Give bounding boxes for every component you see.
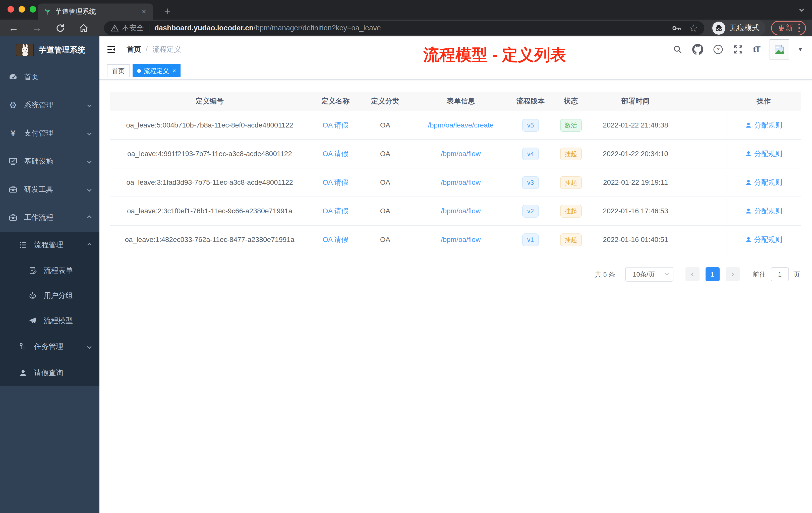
sidebar-item-workflow[interactable]: 工作流程 xyxy=(0,204,99,232)
sidebar-item-label: 流程表单 xyxy=(44,266,73,276)
sidebar-item-process-model[interactable]: 流程模型 xyxy=(0,308,99,333)
breadcrumb-separator: / xyxy=(146,45,148,54)
tab-close-icon[interactable]: × xyxy=(140,7,148,16)
definition-name-link[interactable]: OA 请假 xyxy=(323,121,348,129)
sidebar-item-process-management[interactable]: 流程管理 xyxy=(0,232,99,258)
form-link[interactable]: /bpm/oa/flow xyxy=(441,207,481,215)
definition-name-link[interactable]: OA 请假 xyxy=(323,178,348,186)
breadcrumb-home[interactable]: 首页 xyxy=(126,44,141,55)
paper-plane-icon xyxy=(27,316,38,325)
main-area: 流程模型 - 定义列表 首页 / 流程定义 xyxy=(99,36,812,513)
tab-search-chevron-icon[interactable] xyxy=(800,7,804,12)
assign-rule-button[interactable]: 分配规则 xyxy=(745,120,782,130)
toolbox-icon xyxy=(7,185,19,194)
prev-page-button[interactable] xyxy=(686,267,699,281)
app-window: 芋道管理系统 首页 ⚙ 系统管理 xyxy=(0,36,812,513)
security-label[interactable]: 不安全 xyxy=(122,23,144,33)
definition-id: oa_leave:3:1fad3d93-7b75-11ec-a3c8-acde4… xyxy=(110,178,310,186)
goto-label: 前往 xyxy=(753,270,766,279)
sidebar-item-leave-query[interactable]: 请假查询 xyxy=(0,360,99,386)
status-badge: 挂起 xyxy=(560,205,582,218)
definition-id: oa_leave:1:482ec033-762a-11ec-8477-a2380… xyxy=(110,236,310,244)
definition-name-link[interactable]: OA 请假 xyxy=(323,236,348,243)
definition-name-link[interactable]: OA 请假 xyxy=(323,207,348,215)
window-close-button[interactable] xyxy=(7,6,14,12)
forward-icon[interactable]: → xyxy=(31,22,43,34)
user-icon xyxy=(745,122,752,128)
home-icon[interactable] xyxy=(78,22,90,34)
reload-icon[interactable] xyxy=(54,22,66,34)
next-page-button[interactable] xyxy=(726,267,740,281)
url-bar[interactable]: 不安全 dashboard.yudao.iocoder.cn /bpm/mana… xyxy=(104,21,704,35)
chevron-down-icon xyxy=(87,131,92,135)
password-key-icon[interactable] xyxy=(672,23,682,33)
update-label: 更新 xyxy=(778,23,793,33)
sidebar-item-home[interactable]: 首页 xyxy=(0,63,99,91)
form-link[interactable]: /bpm/oa/flow xyxy=(441,150,481,158)
goto-page-input[interactable] xyxy=(771,267,789,281)
incognito-label: 无痕模式 xyxy=(729,23,759,33)
sidebar-item-label: 用户分组 xyxy=(44,291,73,301)
logo-rabbit-avatar xyxy=(16,44,34,56)
breadcrumb-current: 流程定义 xyxy=(152,44,181,55)
current-page-button[interactable]: 1 xyxy=(705,267,720,281)
col-header: 流程版本 xyxy=(513,96,549,106)
font-size-icon[interactable]: tT xyxy=(753,44,760,54)
search-icon[interactable] xyxy=(673,44,683,55)
assign-rule-button[interactable]: 分配规则 xyxy=(745,149,782,159)
tag-close-icon[interactable]: × xyxy=(173,67,176,74)
definition-category: OA xyxy=(361,121,409,129)
total-count: 共 5 条 xyxy=(595,270,615,279)
avatar-caret-down-icon[interactable]: ▾ xyxy=(799,46,802,53)
assign-rule-button[interactable]: 分配规则 xyxy=(745,206,782,216)
assign-rule-button[interactable]: 分配规则 xyxy=(745,235,782,244)
sidebar-logo[interactable]: 芋道管理系统 xyxy=(0,36,99,63)
form-link[interactable]: /bpm/oa/leave/create xyxy=(428,121,494,129)
goto-unit: 页 xyxy=(793,270,800,279)
tree-icon xyxy=(18,342,29,351)
definition-name-link[interactable]: OA 请假 xyxy=(323,150,348,158)
sidebar-item-user-group[interactable]: 用户分组 xyxy=(0,283,99,308)
version-badge: v1 xyxy=(522,233,539,246)
sidebar-item-system[interactable]: ⚙ 系统管理 xyxy=(0,91,99,119)
fullscreen-icon[interactable] xyxy=(733,44,744,55)
tag-home[interactable]: 首页 xyxy=(107,64,129,77)
sidebar-item-payment[interactable]: ¥ 支付管理 xyxy=(0,119,99,147)
back-icon[interactable]: ← xyxy=(7,22,20,34)
browser-tab[interactable]: 芋道管理系统 × xyxy=(38,3,153,20)
sidebar-item-dev-tools[interactable]: 研发工具 xyxy=(0,175,99,204)
deploy-time: 2022-01-22 21:48:38 xyxy=(593,121,678,129)
page-size-select[interactable]: 10条/页 xyxy=(625,267,673,281)
definition-id: oa_leave:5:004b710b-7b8a-11ec-8ef0-acde4… xyxy=(110,121,310,129)
bookmark-star-icon[interactable]: ☆ xyxy=(689,23,698,33)
page-content: 定义编号 定义名称 定义分类 表单信息 流程版本 状态 部署时间 操作 oa_l… xyxy=(99,80,812,513)
sidebar-item-infrastructure[interactable]: 基础设施 xyxy=(0,147,99,175)
tag-process-definition[interactable]: 流程定义 × xyxy=(133,64,180,77)
new-tab-button[interactable]: + xyxy=(161,5,174,18)
sidebar-menu: 首页 ⚙ 系统管理 ¥ 支付管理 xyxy=(0,63,99,386)
browser-chrome: 芋道管理系统 × + ← → xyxy=(0,0,812,36)
col-header: 定义名称 xyxy=(310,96,361,106)
sidebar-item-process-form[interactable]: 流程表单 xyxy=(0,258,99,283)
window-minimize-button[interactable] xyxy=(19,6,25,12)
deploy-time: 2022-01-22 20:34:10 xyxy=(593,150,678,158)
form-link[interactable]: /bpm/oa/flow xyxy=(441,236,481,243)
monitor-icon xyxy=(7,157,19,166)
tab-strip: 芋道管理系统 × + xyxy=(0,0,812,20)
browser-update-menu-button[interactable]: 更新 xyxy=(771,21,806,35)
help-icon[interactable]: ? xyxy=(713,44,723,55)
version-badge: v5 xyxy=(522,119,539,132)
sidebar-item-label: 支付管理 xyxy=(24,128,53,138)
form-link[interactable]: /bpm/oa/flow xyxy=(441,178,481,186)
github-icon[interactable] xyxy=(692,44,703,55)
svg-text:?: ? xyxy=(716,47,720,53)
chevron-down-icon xyxy=(87,344,92,349)
sidebar-item-label: 首页 xyxy=(24,72,39,82)
sidebar-item-task-management[interactable]: 任务管理 xyxy=(0,333,99,360)
incognito-badge[interactable]: 无痕模式 xyxy=(711,20,765,36)
assign-rule-button[interactable]: 分配规则 xyxy=(745,178,782,187)
window-maximize-button[interactable] xyxy=(30,6,36,12)
hamburger-icon[interactable] xyxy=(106,45,116,54)
avatar[interactable] xyxy=(770,39,789,59)
app-title: 芋道管理系统 xyxy=(39,45,85,55)
